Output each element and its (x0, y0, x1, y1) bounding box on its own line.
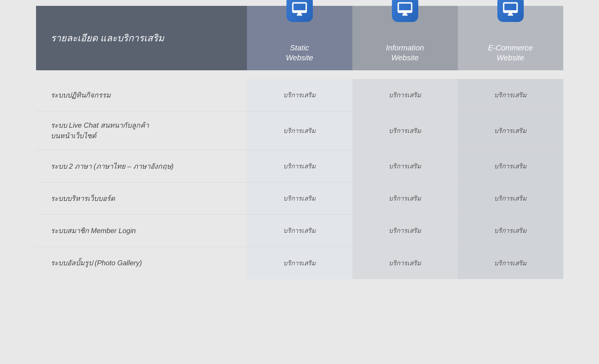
ecommerce-website-label: E-CommerceWebsite (488, 43, 533, 63)
table-row: ระบบบริหารเว็บบอร์ด บริการเสริม บริการเส… (36, 182, 563, 215)
row-value-6-col3: บริการเสริม (458, 247, 563, 279)
row-label-3: ระบบ 2 ภาษา (ภาษาไทย – ภาษาอังกฤษ) (36, 150, 247, 182)
row-value-5-col3: บริการเสริม (458, 215, 563, 247)
header-title-cell: รายละเอียด และบริการเสริม (36, 6, 247, 70)
row-value-1-col3: บริการเสริม (458, 79, 563, 111)
ecommerce-monitor-icon (497, 0, 524, 22)
row-value-2-col2: บริการเสริม (352, 111, 458, 150)
row-value-4-col1: บริการเสริม (247, 182, 352, 214)
row-label-2: ระบบ Live Chat สนทนากับลูกค้าบนหน้าเว็บไ… (36, 111, 247, 150)
header-information-website: InformationWebsite (352, 6, 458, 70)
row-value-6-col1: บริการเสริม (247, 247, 352, 279)
information-monitor-icon (392, 0, 418, 22)
monitor-svg-2 (397, 1, 413, 17)
row-value-5-col1: บริการเสริม (247, 215, 352, 247)
table-header: รายละเอียด และบริการเสริม StaticWebsite (36, 6, 563, 70)
row-value-1-col1: บริการเสริม (247, 79, 352, 111)
header-ecommerce-website: E-CommerceWebsite (458, 6, 563, 70)
information-website-label: InformationWebsite (386, 43, 424, 63)
monitor-svg (291, 1, 308, 17)
header-static-website: StaticWebsite (247, 6, 352, 70)
comparison-table: รายละเอียด และบริการเสริม StaticWebsite (36, 6, 563, 279)
table-row: ระบบปฏิทินกิจกรรม บริการเสริม บริการเสริ… (36, 79, 563, 111)
monitor-svg-3 (502, 1, 518, 17)
table-body: ระบบปฏิทินกิจกรรม บริการเสริม บริการเสริ… (36, 79, 563, 279)
row-label-5: ระบบสมาชิก Member Login (36, 215, 247, 247)
table-title: รายละเอียด และบริการเสริม (51, 32, 164, 45)
row-value-2-col1: บริการเสริม (247, 111, 352, 150)
row-value-4-col3: บริการเสริม (458, 182, 563, 214)
row-value-4-col2: บริการเสริม (352, 182, 458, 214)
static-icon-wrapper (286, 0, 313, 22)
ecommerce-icon-wrapper (497, 0, 524, 22)
row-label-4: ระบบบริหารเว็บบอร์ด (36, 182, 247, 214)
row-label-6: ระบบอัลบั้มรูป (Photo Gallery) (36, 247, 247, 279)
static-monitor-icon (286, 0, 313, 22)
row-value-2-col3: บริการเสริม (458, 111, 563, 150)
information-icon-wrapper (392, 0, 418, 22)
row-value-3-col2: บริการเสริม (352, 150, 458, 182)
static-website-label: StaticWebsite (286, 43, 313, 63)
header-spacer (36, 70, 563, 79)
row-value-5-col2: บริการเสริม (352, 215, 458, 247)
row-label-1: ระบบปฏิทินกิจกรรม (36, 79, 247, 111)
row-value-3-col1: บริการเสริม (247, 150, 352, 182)
table-row: ระบบ 2 ภาษา (ภาษาไทย – ภาษาอังกฤษ) บริกา… (36, 150, 563, 182)
row-value-6-col2: บริการเสริม (352, 247, 458, 279)
row-value-3-col3: บริการเสริม (458, 150, 563, 182)
row-value-1-col2: บริการเสริม (352, 79, 458, 111)
table-row: ระบบอัลบั้มรูป (Photo Gallery) บริการเสร… (36, 247, 563, 279)
table-row: ระบบสมาชิก Member Login บริการเสริม บริก… (36, 215, 563, 247)
table-row: ระบบ Live Chat สนทนากับลูกค้าบนหน้าเว็บไ… (36, 111, 563, 150)
